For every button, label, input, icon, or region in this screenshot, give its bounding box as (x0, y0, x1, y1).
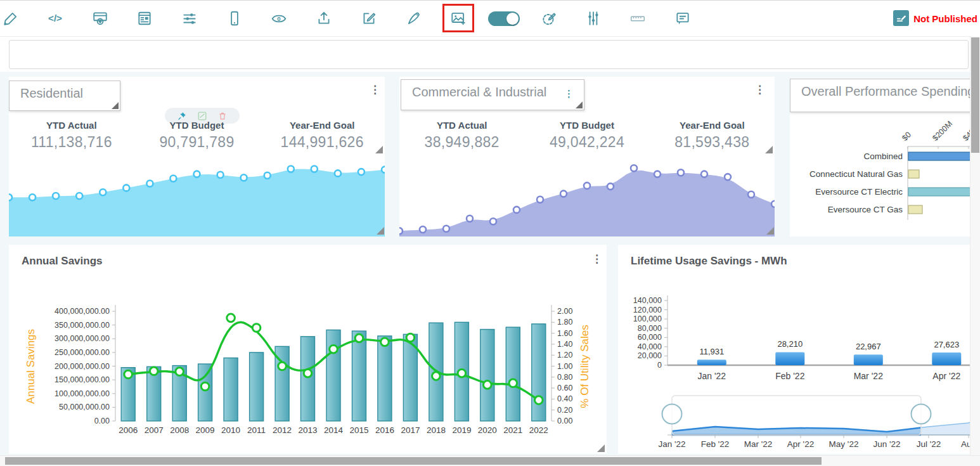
widget-icon[interactable] (92, 10, 108, 27)
svg-text:1.60: 1.60 (557, 329, 572, 338)
publish-doc-icon[interactable] (893, 10, 909, 26)
resize-handle[interactable] (377, 227, 384, 235)
kpi-value: 38,949,882 (399, 134, 524, 151)
vertical-scrollbar-thumb[interactable] (971, 37, 979, 153)
svg-text:150,000,000.00: 150,000,000.00 (55, 375, 110, 384)
resize-handle[interactable] (112, 102, 119, 109)
delete-icon[interactable] (218, 112, 227, 120)
svg-text:2.00: 2.00 (557, 307, 572, 316)
svg-text:11,931: 11,931 (699, 347, 724, 356)
title-box-menu-icon[interactable]: ⋮ (564, 89, 574, 98)
svg-text:</>: </> (48, 13, 62, 23)
svg-text:Apr '22: Apr '22 (787, 439, 814, 449)
equalizer-icon[interactable] (585, 10, 602, 27)
svg-text:Jul '22: Jul '22 (917, 439, 941, 449)
layout-icon[interactable] (136, 10, 153, 27)
svg-text:2017: 2017 (401, 425, 420, 435)
svg-text:2016: 2016 (375, 425, 394, 435)
svg-text:80,000: 80,000 (638, 324, 662, 333)
svg-text:2014: 2014 (324, 425, 344, 435)
kpi-year-end-goal: Year-End Goal 144,991,626 (259, 120, 385, 151)
svg-text:0: 0 (657, 361, 662, 370)
residential-area-chart[interactable] (9, 156, 385, 236)
svg-text:2007: 2007 (145, 425, 164, 435)
svg-text:40,000: 40,000 (638, 342, 662, 351)
svg-text:Combined: Combined (863, 152, 903, 161)
toolbar: </> 0 (0, 1, 980, 37)
publish-toggle[interactable] (488, 11, 520, 26)
svg-text:2011: 2011 (247, 425, 266, 435)
publish-status: Not Published (913, 13, 977, 24)
svg-text:Jun '22: Jun '22 (873, 439, 900, 449)
svg-text:350,000,000.00: 350,000,000.00 (55, 321, 110, 330)
pin-icon[interactable] (177, 112, 186, 120)
widget-title: Commercial & Industrial (401, 80, 584, 100)
highlight-box (442, 4, 474, 32)
svg-text:1.80: 1.80 (557, 318, 572, 327)
code-icon[interactable]: </> (47, 10, 63, 27)
horizontal-scrollbar-thumb[interactable] (5, 457, 822, 465)
kpi-label: YTD Budget (524, 120, 649, 131)
svg-text:% Of Utility Sales: % Of Utility Sales (579, 325, 591, 408)
dashboard-title-input[interactable] (9, 40, 969, 69)
comments-icon[interactable] (674, 10, 691, 27)
kpi-ytd-budget: YTD Budget 90,791,789 (134, 120, 260, 151)
svg-text:60,000: 60,000 (638, 333, 662, 342)
commercial-title-box[interactable]: Commercial & Industrial ⋮ (401, 79, 584, 110)
residential-menu-icon[interactable]: ⋮ (370, 84, 380, 95)
ruler-icon[interactable] (629, 10, 646, 27)
overall-title-box[interactable]: Overall Performance Spending (790, 79, 980, 112)
svg-text:1.20: 1.20 (557, 351, 572, 359)
svg-text:120,000: 120,000 (633, 306, 662, 314)
kpi-year-end-goal: Year-End Goal 81,593,438 (650, 120, 775, 151)
widget-title: Residential (10, 81, 120, 101)
filter-sliders-icon[interactable] (181, 10, 198, 27)
svg-text:20,000: 20,000 (638, 351, 662, 360)
svg-text:27,623: 27,623 (934, 340, 959, 349)
kpi-label: YTD Budget (134, 120, 260, 131)
resize-handle[interactable] (576, 101, 583, 108)
svg-text:0.60: 0.60 (557, 384, 572, 392)
svg-text:0.80: 0.80 (557, 373, 572, 382)
svg-text:Eversource CT Gas: Eversource CT Gas (828, 205, 903, 214)
kpi-label: Year-End Goal (650, 120, 775, 131)
residential-title-box[interactable]: Residential (9, 81, 120, 111)
lifetime-usage-bar-chart[interactable]: 020,00040,00060,00080,000100,000120,0001… (618, 245, 980, 454)
share-icon[interactable] (316, 10, 332, 27)
annual-savings-widget[interactable]: Annual Savings ⋮ 0.0050,000,000.00100,00… (9, 245, 607, 454)
draw-style-icon[interactable] (541, 10, 557, 27)
mobile-preview-icon[interactable] (226, 10, 243, 27)
resize-handle[interactable] (766, 227, 774, 235)
add-image-icon[interactable] (450, 10, 467, 27)
svg-text:2021: 2021 (503, 425, 522, 435)
annual-savings-combo-chart[interactable]: 0.0050,000,000.00100,000,000.00150,000,0… (9, 245, 607, 454)
lifetime-usage-widget[interactable]: Lifetime Usage Savings - MWh 020,00040,0… (618, 245, 980, 454)
style-pen-icon[interactable] (406, 10, 422, 27)
notes-icon[interactable] (361, 10, 377, 27)
resize-handle[interactable] (597, 444, 605, 452)
edit-pen-icon[interactable] (3, 10, 19, 27)
svg-text:400,000,000.00: 400,000,000.00 (55, 307, 110, 316)
views-counter-icon[interactable]: 0 (271, 10, 287, 27)
overall-spending-bar-chart[interactable]: $0$200M$400MCombinedConnecticut Natural … (790, 115, 980, 235)
kpi-value: 81,593,438 (650, 134, 775, 151)
svg-text:Jan '22: Jan '22 (697, 371, 726, 381)
resize-handle[interactable] (765, 146, 773, 153)
commercial-menu-icon[interactable]: ⋮ (754, 84, 765, 95)
svg-text:2010: 2010 (221, 425, 240, 435)
resize-handle[interactable] (375, 146, 383, 153)
svg-text:Eversource CT Electric: Eversource CT Electric (815, 187, 903, 197)
svg-text:$200M: $200M (931, 119, 954, 143)
svg-text:100,000,000.00: 100,000,000.00 (55, 389, 110, 398)
svg-text:2008: 2008 (170, 425, 189, 435)
horizontal-scrollbar (0, 455, 980, 466)
svg-text:2022: 2022 (529, 425, 548, 435)
commercial-area-chart[interactable] (399, 156, 775, 236)
dashboard-editor: </> 0 (0, 0, 980, 466)
svg-text:$0: $0 (900, 130, 913, 143)
residential-kpis: YTD Actual 111,138,716 YTD Budget 90,791… (9, 120, 385, 151)
svg-text:2018: 2018 (427, 425, 446, 435)
svg-text:Mar '22: Mar '22 (744, 439, 773, 449)
edit-chart-icon[interactable] (198, 112, 207, 120)
svg-text:Annual Savings: Annual Savings (25, 329, 37, 404)
